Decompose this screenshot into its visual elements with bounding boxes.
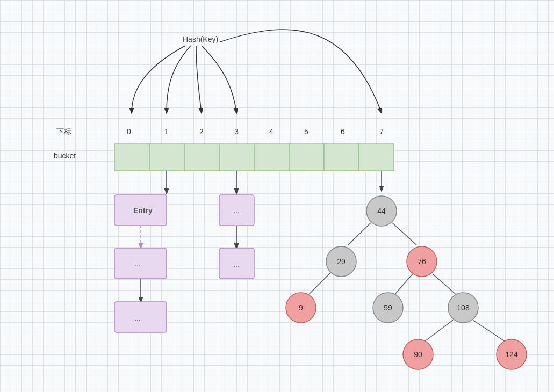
svg-line-7 [392,223,416,245]
chain-ellipsis-1-text: ... [134,259,141,268]
entry-text: Entry [133,206,153,215]
tree-node-9-text: 9 [299,303,303,312]
index-5: 5 [304,127,308,136]
svg-line-10 [433,274,456,294]
svg-line-8 [309,273,330,294]
index-0: 0 [127,127,131,136]
svg-line-11 [425,320,453,342]
bucket-cell-5 [289,144,324,171]
bucket3-ellipsis-b-text: ... [233,260,240,268]
bucket-cell-0 [114,144,149,171]
bucket-cell-4 [254,144,289,171]
chain-ellipsis-2-text: ... [134,314,141,322]
tree-node-59-text: 59 [384,303,392,312]
xia-biao-label: 下标 [56,127,71,136]
bucket-cell-7 [359,144,394,171]
svg-line-6 [348,223,371,245]
tree-node-124-text: 124 [505,350,518,359]
index-1: 1 [164,127,169,136]
tree-node-29-text: 29 [337,257,346,266]
index-2: 2 [199,127,204,136]
bucket-cell-3 [219,144,254,171]
bucket-cell-1 [149,144,184,171]
index-3: 3 [234,127,239,136]
index-4: 4 [269,127,274,136]
svg-line-12 [473,320,505,342]
bucket3-ellipsis-a-text: ... [233,206,240,215]
bucket-label: bucket [54,151,76,160]
tree-node-44-text: 44 [377,207,386,215]
tree-node-108-text: 108 [457,303,470,312]
svg-line-9 [395,274,413,294]
index-7: 7 [379,127,384,136]
index-6: 6 [341,127,345,136]
bucket-cell-6 [324,144,359,171]
bucket-cell-2 [184,144,219,171]
hash-key-label: Hash(Key) [183,35,218,43]
tree-node-90-text: 90 [414,350,422,359]
tree-node-76-text: 76 [418,257,426,266]
